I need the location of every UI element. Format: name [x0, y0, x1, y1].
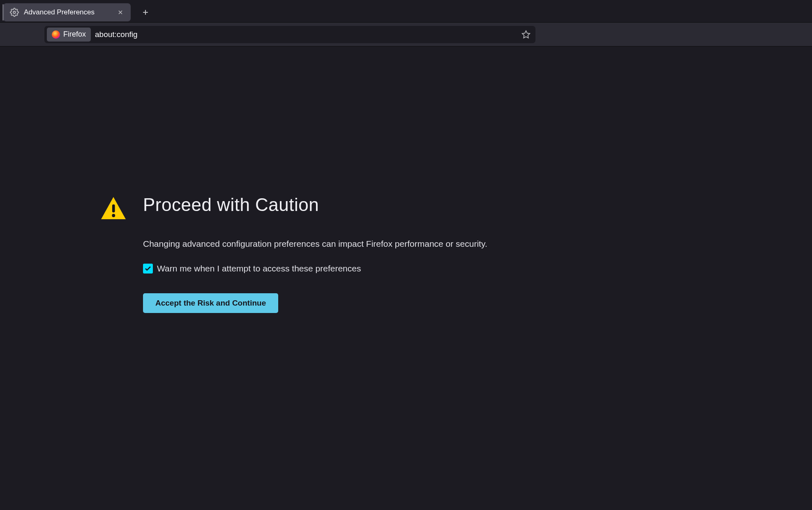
tab-accent: [2, 4, 4, 21]
tab-bar: Advanced Preferences: [0, 0, 812, 23]
navigation-toolbar: Firefox about:config: [0, 23, 812, 46]
identity-label: Firefox: [63, 30, 86, 39]
warning-content: Proceed with Caution Changing advanced c…: [143, 195, 487, 313]
new-tab-button[interactable]: [138, 5, 153, 20]
gear-icon: [10, 8, 19, 17]
tab-title: Advanced Preferences: [24, 8, 110, 16]
warning-title: Proceed with Caution: [143, 195, 487, 215]
browser-tab[interactable]: Advanced Preferences: [3, 3, 131, 21]
content-area: Proceed with Caution Changing advanced c…: [0, 46, 812, 313]
svg-marker-5: [522, 30, 530, 37]
svg-point-0: [13, 11, 16, 14]
firefox-icon: [52, 30, 60, 39]
url-text: about:config: [95, 30, 517, 39]
warning-container: Proceed with Caution Changing advanced c…: [99, 195, 487, 313]
svg-rect-6: [112, 204, 115, 213]
warn-checkbox[interactable]: [143, 264, 153, 274]
bookmark-star-button[interactable]: [521, 29, 531, 40]
svg-point-7: [112, 214, 115, 217]
warning-description: Changing advanced configuration preferen…: [143, 239, 487, 249]
warn-checkbox-label[interactable]: Warn me when I attempt to access these p…: [157, 264, 361, 274]
identity-box[interactable]: Firefox: [47, 28, 91, 42]
close-tab-button[interactable]: [115, 7, 126, 18]
checkbox-row: Warn me when I attempt to access these p…: [143, 264, 487, 274]
accept-risk-button[interactable]: Accept the Risk and Continue: [143, 293, 278, 313]
warning-triangle-icon: [99, 195, 128, 313]
url-bar[interactable]: Firefox about:config: [44, 26, 535, 43]
